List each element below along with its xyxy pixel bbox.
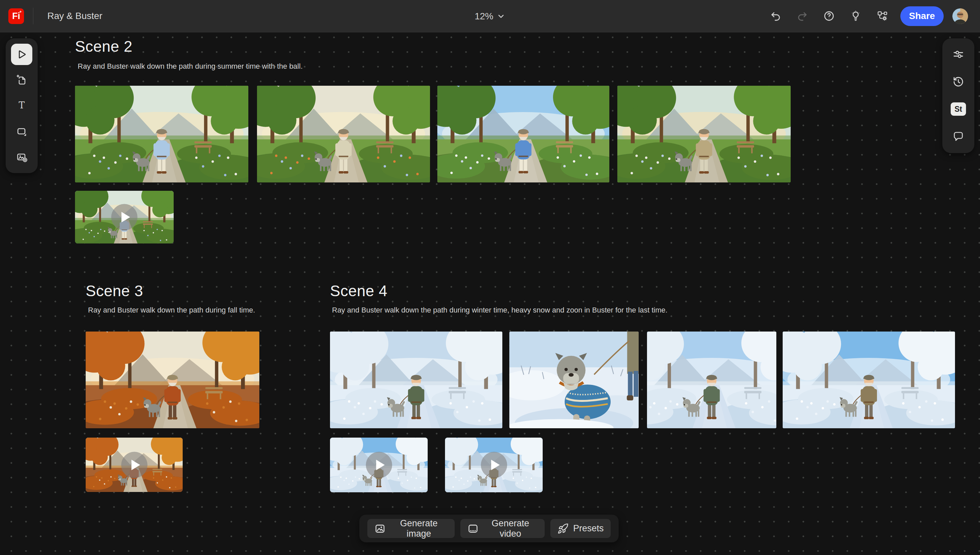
zoom-level: 12% [475,11,493,22]
play-icon[interactable] [110,203,139,231]
topbar-left: Fi Ray & Buster [0,8,102,24]
lightbulb-icon [850,10,862,22]
comments-button[interactable] [949,127,968,146]
play-overlay [75,191,174,244]
scene-2-image-2[interactable] [257,86,430,183]
scene-4-video-2[interactable] [445,438,543,492]
workflow-settings-button[interactable] [873,7,892,25]
scene-4-description[interactable]: Ray and Buster walk down the path during… [332,306,667,314]
document-title[interactable]: Ray & Buster [47,11,102,21]
select-tool[interactable] [11,44,32,65]
history-icon [952,76,964,88]
workflow-settings-icon [876,10,888,22]
share-button[interactable]: Share [900,6,944,26]
scene-3-video-1[interactable] [86,438,183,492]
divider [33,8,34,24]
redo-button[interactable] [793,7,812,25]
play-overlay [86,438,183,492]
stock-badge: St [951,103,966,116]
presets-label: Presets [573,523,604,534]
comment-icon [952,130,964,143]
rocket-icon [557,523,569,534]
scene-4-image-2[interactable] [509,332,639,428]
scene-4-image-4[interactable] [783,332,955,428]
scene-4-title[interactable]: Scene 4 [330,282,387,300]
topbar-right: Share [758,6,980,26]
scene-2-title[interactable]: Scene 2 [75,37,132,55]
zoom-control[interactable]: 12% [475,0,505,32]
firefly-app: Fi Ray & Buster 12% [0,0,980,555]
scene-3-title[interactable]: Scene 3 [86,282,143,300]
scene-3-description[interactable]: Ray and Buster walk down the path during… [88,306,255,314]
generate-image-button[interactable]: Generate image [367,519,455,538]
stock-button[interactable]: St [949,100,968,119]
avatar[interactable] [952,8,968,24]
image-add-icon [16,151,28,163]
ideas-button[interactable] [846,7,865,25]
video-icon [467,523,479,534]
play-icon[interactable] [120,451,149,479]
redo-icon [796,10,808,22]
play-overlay [330,438,428,492]
scene-2-image-4[interactable] [617,86,791,183]
add-image-tool[interactable] [11,146,32,168]
image-icon [374,523,386,534]
generate-video-button[interactable]: Generate video [460,519,545,538]
help-button[interactable] [820,7,838,25]
rectangle-shape-icon [16,125,28,137]
scene-2-video-1[interactable] [75,191,174,244]
firefly-logo[interactable]: Fi [8,8,24,24]
generate-video-label: Generate video [483,518,538,539]
scene-2-description[interactable]: Ray and Buster walk down the path during… [78,62,303,71]
right-toolbar: St [942,38,974,153]
action-bar: Generate image Generate video Presets [359,515,619,542]
properties-button[interactable] [949,45,968,64]
play-icon[interactable] [365,451,393,479]
sparkle-icon [19,10,22,14]
help-icon [823,10,835,22]
chevron-down-icon [497,12,505,21]
text-tool-icon: T [16,100,28,112]
undo-icon [770,10,782,22]
scene-4-image-3[interactable] [647,332,776,428]
play-overlay [445,438,543,492]
scene-4-image-1[interactable] [330,332,502,428]
scene-2-image-1[interactable] [75,86,248,183]
avatar-photo [952,8,968,24]
play-icon[interactable] [480,451,508,479]
add-file-tool[interactable] [11,69,32,91]
left-toolbar: T [6,38,38,173]
generate-image-label: Generate image [390,518,448,539]
topbar: Fi Ray & Buster 12% [0,0,980,32]
file-sparkle-icon [16,74,28,86]
text-tool[interactable]: T [11,95,32,116]
presets-button[interactable]: Presets [550,519,611,538]
scene-4-video-1[interactable] [330,438,428,492]
undo-button[interactable] [766,7,785,25]
svg-text:T: T [19,100,25,111]
scene-2-image-3[interactable] [437,86,609,183]
select-cursor-icon [16,48,28,60]
sliders-icon [952,48,964,60]
shape-tool[interactable] [11,121,32,142]
scene-3-image-1[interactable] [86,332,259,428]
version-history-button[interactable] [949,72,968,91]
